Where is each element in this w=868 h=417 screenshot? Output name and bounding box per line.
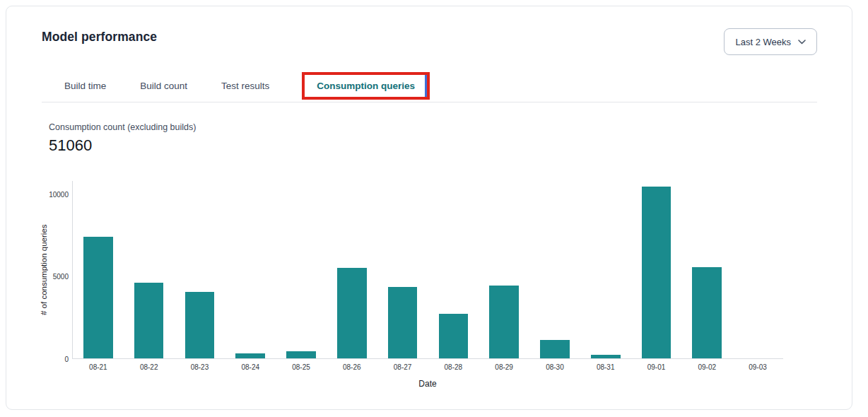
bar-08-29[interactable] (489, 286, 519, 358)
metric-value: 51060 (49, 136, 92, 155)
bar-slot: 08-24 (225, 181, 276, 358)
bar-slot: 08-23 (175, 181, 225, 358)
y-tick-label: 10000 (49, 190, 69, 198)
tab-test-results[interactable]: Test results (220, 72, 271, 100)
bar-slot: 08-29 (479, 181, 529, 358)
bar-slot: 09-01 (631, 181, 682, 358)
tab-bar: Build timeBuild countTest resultsConsump… (42, 70, 817, 102)
bar-slot: 09-02 (681, 181, 732, 358)
bar-09-01[interactable] (642, 187, 671, 358)
bar-08-31[interactable] (591, 355, 621, 358)
bar-slot: 08-28 (428, 181, 479, 358)
bar-08-21[interactable] (83, 237, 113, 358)
metric-label: Consumption count (excluding builds) (49, 122, 196, 132)
bar-08-27[interactable] (388, 287, 418, 358)
bar-08-23[interactable] (185, 292, 215, 358)
chevron-down-icon (798, 40, 806, 45)
tab-consumption-queries[interactable]: Consumption queries (302, 72, 430, 100)
bar-08-28[interactable] (439, 314, 469, 358)
date-range-label: Last 2 Weeks (735, 37, 791, 47)
bar-slot: 08-26 (327, 181, 377, 358)
bar-slot: 08-21 (73, 181, 124, 358)
bar-08-30[interactable] (540, 340, 570, 358)
plot-area: 08-2108-2208-2308-2408-2508-2608-2708-28… (72, 181, 783, 359)
bar-slot: 09-03 (732, 181, 783, 358)
page-title: Model performance (42, 30, 157, 45)
bar-09-02[interactable] (692, 267, 722, 358)
y-tick-label: 0 (64, 356, 69, 363)
bar-08-24[interactable] (235, 353, 265, 358)
date-range-dropdown[interactable]: Last 2 Weeks (724, 28, 817, 55)
bar-08-22[interactable] (134, 283, 164, 358)
x-tick-label: 09-03 (727, 363, 789, 371)
bar-slot: 08-27 (377, 181, 428, 358)
model-performance-card: Model performance Last 2 Weeks Build tim… (6, 6, 852, 410)
bar-08-26[interactable] (337, 268, 367, 358)
tab-build-time[interactable]: Build time (63, 72, 107, 100)
bar-slot: 08-22 (124, 181, 175, 358)
tab-build-count[interactable]: Build count (139, 72, 189, 100)
bar-slot: 08-31 (580, 181, 631, 358)
bar-slot: 08-30 (529, 181, 580, 358)
x-axis-title: Date (72, 379, 783, 389)
bar-slot: 08-25 (276, 181, 327, 358)
y-axis: 0500010000 (35, 181, 71, 359)
bar-08-25[interactable] (286, 351, 316, 358)
y-tick-label: 5000 (53, 273, 69, 281)
